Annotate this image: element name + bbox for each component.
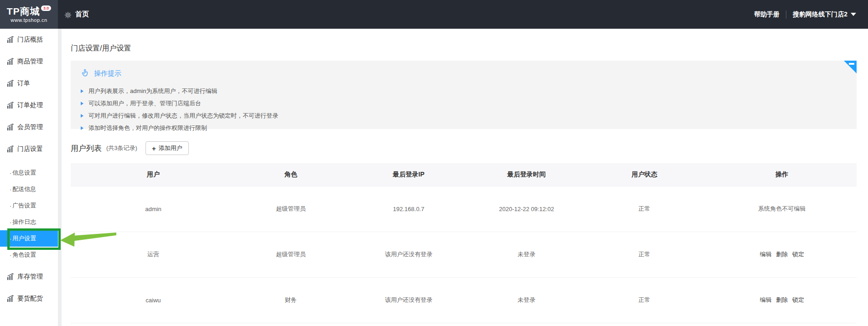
sidebar-item-label: 操作日志 xyxy=(12,218,36,226)
tips-panel: 操作提示 用户列表展示，admin为系统用户，不可进行编辑 可以添加用户，用于登… xyxy=(71,61,857,129)
triangle-bullet-icon xyxy=(81,126,83,130)
sidebar-item-goods-management[interactable]: 商品管理 xyxy=(0,51,58,72)
cell-role: 超级管理员 xyxy=(236,232,346,277)
app-window: TP商城 3.0 www.tpshop.cn 首页 帮助手册 搜豹网络线下门店2 xyxy=(0,0,868,326)
sidebar-item-goods-request[interactable]: 要货配货 xyxy=(0,288,58,310)
sidebar-item-label: 要货配货 xyxy=(17,295,43,303)
col-header-last-ip: 最后登录IP xyxy=(346,163,472,186)
sidebar-item-label: 订单处理 xyxy=(17,101,43,109)
chart-icon xyxy=(7,295,14,302)
cell-status: 正常 xyxy=(582,232,707,277)
triangle-bullet-icon xyxy=(81,114,83,118)
tip-item: 可对用户进行编辑，修改用户状态，当用户状态为锁定时，不可进行登录 xyxy=(81,109,857,122)
chart-icon xyxy=(7,80,14,87)
sidebar-item-order-processing[interactable]: 订单处理 xyxy=(0,94,58,116)
cell-last-time: 未登录 xyxy=(472,232,582,277)
cell-role: 财务 xyxy=(236,277,346,323)
sidebar-item-label: 用户设置 xyxy=(12,234,36,243)
delete-link[interactable]: 删除 xyxy=(776,251,788,258)
cell-status: 正常 xyxy=(582,277,707,323)
bullet-dot: · xyxy=(10,219,11,226)
sidebar-item-store-overview[interactable]: 门店概括 xyxy=(0,29,58,51)
chart-icon xyxy=(7,273,14,280)
sidebar-item-user-settings[interactable]: · 用户设置 xyxy=(0,230,58,247)
cell-last-time: 未登录 xyxy=(472,277,582,323)
chart-icon xyxy=(7,58,14,65)
cell-last-time: 2020-12-22 09:12:02 xyxy=(472,186,582,232)
help-manual-link[interactable]: 帮助手册 xyxy=(754,10,780,19)
cell-user: admin xyxy=(71,186,236,232)
cell-role: 超级管理员 xyxy=(236,186,346,232)
sidebar-item-member-management[interactable]: 会员管理 xyxy=(0,116,58,138)
sidebar-item-label: 门店设置 xyxy=(17,145,43,153)
sidebar-item-label: 会员管理 xyxy=(17,123,43,131)
version-badge: 3.0 xyxy=(41,5,52,11)
sidebar-item-role-settings[interactable]: · 角色设置 xyxy=(0,247,58,263)
chart-icon xyxy=(7,36,14,43)
sidebar-item-store-settings[interactable]: 门店设置 xyxy=(0,138,58,160)
table-row: 运营 超级管理员 该用户还没有登录 未登录 正常 编辑 删除 锁定 xyxy=(71,232,857,277)
hand-pointer-icon xyxy=(81,68,90,79)
triangle-bullet-icon xyxy=(81,89,83,93)
triangle-bullet-icon xyxy=(81,102,83,105)
plus-icon: + xyxy=(152,145,156,152)
bullet-dot: · xyxy=(10,186,11,193)
store-name: 搜豹网络线下门店2 xyxy=(793,10,847,19)
home-nav-item[interactable]: 首页 xyxy=(64,10,89,19)
main-content: 门店设置/用户设置 操作提示 用户列表展示，admin为系统用户，不可进行编辑 … xyxy=(62,29,868,326)
lock-link[interactable]: 锁定 xyxy=(792,296,804,303)
gear-icon xyxy=(64,11,72,18)
sidebar-item-label: 库存管理 xyxy=(17,273,43,281)
lock-link[interactable]: 锁定 xyxy=(792,251,804,258)
sidebar-gutter xyxy=(58,29,62,326)
sidebar-item-inventory-management[interactable]: 库存管理 xyxy=(0,266,58,288)
cell-user: 运营 xyxy=(71,232,236,277)
sidebar-item-ad-settings[interactable]: · 广告设置 xyxy=(0,197,58,214)
chart-icon xyxy=(7,102,14,109)
sidebar-item-label: 配送信息 xyxy=(12,185,36,193)
top-navbar: TP商城 3.0 www.tpshop.cn 首页 帮助手册 搜豹网络线下门店2 xyxy=(0,0,868,29)
sidebar-item-operation-log[interactable]: · 操作日志 xyxy=(0,214,58,230)
tip-item: 添加时选择角色，对用户的操作权限进行限制 xyxy=(81,122,857,134)
sidebar-item-label: 门店概括 xyxy=(17,36,43,44)
tip-item: 可以添加用户，用于登录、管理门店端后台 xyxy=(81,97,857,109)
store-account-dropdown[interactable]: 搜豹网络线下门店2 xyxy=(793,10,856,19)
sidebar-item-label: 商品管理 xyxy=(17,57,43,66)
user-table: 用户 角色 最后登录IP 最后登录时间 用户状态 操作 admin 超级管理员 … xyxy=(71,163,857,323)
sidebar-item-orders[interactable]: 订单 xyxy=(0,72,58,94)
cell-last-ip: 该用户还没有登录 xyxy=(346,232,472,277)
sidebar-item-delivery-info[interactable]: · 配送信息 xyxy=(0,181,58,197)
logo-title: TP商城 xyxy=(7,6,40,16)
col-header-actions: 操作 xyxy=(707,163,857,186)
user-list-title: 用户列表 xyxy=(71,143,102,154)
edit-link[interactable]: 编辑 xyxy=(760,296,772,303)
sidebar-item-info-settings[interactable]: · 信息设置 xyxy=(0,165,58,181)
edit-link[interactable]: 编辑 xyxy=(760,251,772,258)
cell-status: 正常 xyxy=(582,186,707,232)
chart-icon xyxy=(7,124,14,131)
system-role-note: 系统角色不可编辑 xyxy=(758,205,806,212)
add-user-button[interactable]: + 添加用户 xyxy=(146,141,189,155)
col-header-last-time: 最后登录时间 xyxy=(472,163,582,186)
page-title: 门店设置/用户设置 xyxy=(71,44,131,53)
navbar-divider xyxy=(786,10,786,19)
chevron-down-icon xyxy=(851,13,856,16)
col-header-role: 角色 xyxy=(236,163,346,186)
sidebar-item-label: 信息设置 xyxy=(12,169,36,177)
logo[interactable]: TP商城 3.0 www.tpshop.cn xyxy=(0,0,58,29)
bullet-dot: · xyxy=(10,235,11,242)
collapse-dash-icon[interactable] xyxy=(849,63,854,65)
add-user-label: 添加用户 xyxy=(159,144,182,152)
tips-title: 操作提示 xyxy=(94,69,121,78)
col-header-user: 用户 xyxy=(71,163,236,186)
bullet-dot: · xyxy=(10,170,11,176)
record-count: (共3条记录) xyxy=(106,144,137,152)
table-header-row: 用户 角色 最后登录IP 最后登录时间 用户状态 操作 xyxy=(71,163,857,186)
delete-link[interactable]: 删除 xyxy=(776,296,788,303)
bullet-dot: · xyxy=(10,202,11,209)
table-row: caiwu 财务 该用户还没有登录 未登录 正常 编辑 删除 锁定 xyxy=(71,277,857,323)
sidebar-item-label: 广告设置 xyxy=(12,202,36,210)
bullet-dot: · xyxy=(10,252,11,259)
cell-user: caiwu xyxy=(71,277,236,323)
chart-icon xyxy=(7,145,14,153)
